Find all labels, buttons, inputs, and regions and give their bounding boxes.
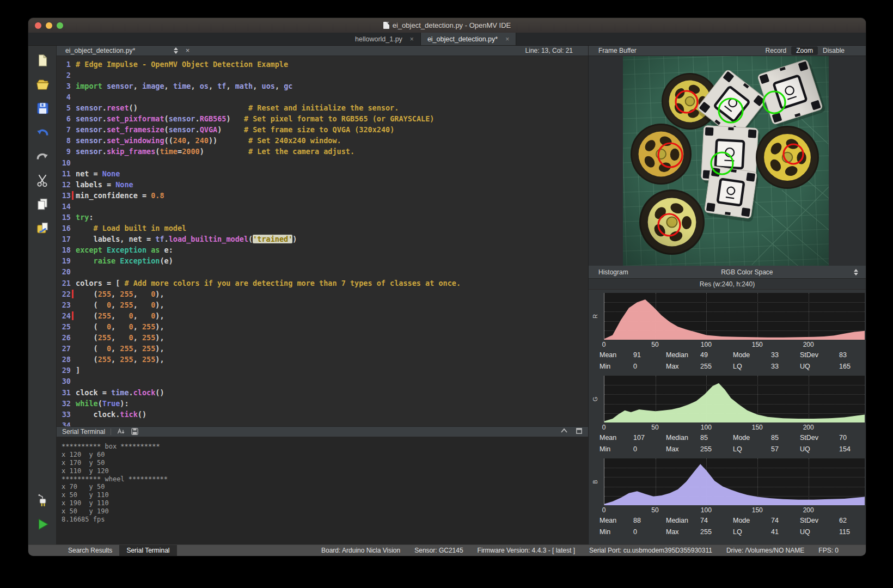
- zoom-button[interactable]: Zoom: [791, 46, 818, 55]
- histogram-stats: Mean88Median74Mode74StDev62Min0Max255LQ4…: [589, 515, 866, 538]
- zoom-window-button[interactable]: [57, 22, 63, 29]
- save-log-icon[interactable]: [131, 427, 139, 436]
- stat-value: 0: [633, 361, 666, 372]
- stat-value: 165: [839, 361, 866, 372]
- code-text: (255, 255, 255),: [76, 354, 164, 365]
- code-line: 1# Edge Impulse - OpenMV Object Detectio…: [57, 59, 588, 70]
- record-button[interactable]: Record: [761, 46, 792, 55]
- terminal-line: x 50 y 110: [62, 491, 588, 499]
- line-number: 29: [57, 365, 71, 376]
- left-toolbar: [28, 46, 57, 544]
- stat-label: StDev: [800, 432, 839, 444]
- code-line: 33 clock.tick(): [57, 409, 588, 420]
- code-line: 23 ( 0, 255, 0),: [57, 299, 588, 310]
- code-line: 13min_confidence = 0.8: [57, 190, 588, 201]
- code-editor[interactable]: 1# Edge Impulse - OpenMV Object Detectio…: [57, 56, 588, 426]
- line-number: 13: [57, 190, 71, 201]
- stat-value: 41: [771, 526, 800, 538]
- stat-label: Mean: [600, 432, 633, 444]
- divider: [111, 428, 111, 435]
- undo-icon[interactable]: [34, 124, 51, 140]
- histogram-axis: 050100150200: [604, 505, 865, 515]
- stat-label: Max: [666, 526, 700, 538]
- line-marker: [72, 136, 74, 145]
- histogram-axis: 050100150200: [604, 340, 865, 350]
- histogram-stats: Mean107Median85Mode85StDev70Min0Max255LQ…: [589, 432, 866, 455]
- line-number: 26: [57, 332, 71, 343]
- stat-label: LQ: [733, 526, 771, 538]
- line-number: 24: [57, 310, 71, 321]
- status-board: Board: Arduino Nicla Vision: [321, 547, 400, 554]
- code-text: clock = time.clock(): [76, 387, 164, 398]
- open-folder-icon[interactable]: [34, 76, 51, 93]
- save-icon[interactable]: [34, 100, 51, 117]
- serial-terminal-output[interactable]: ********** box **********x 120 y 60x 170…: [57, 437, 588, 544]
- new-file-icon[interactable]: [34, 52, 51, 69]
- detach-terminal-icon[interactable]: [576, 427, 583, 436]
- stat-value: 33: [771, 350, 800, 361]
- code-line: 8sensor.set_windowing((240, 240)) # Set …: [57, 135, 588, 146]
- cut-icon[interactable]: [34, 172, 51, 188]
- file-selector[interactable]: ei_object_detection.py*: [65, 47, 136, 54]
- line-marker: [72, 60, 74, 69]
- tab-ei-object-detection[interactable]: ei_object_detection.py* ×: [421, 33, 516, 45]
- file-selector-arrows-icon[interactable]: [174, 47, 178, 54]
- line-marker: [72, 158, 74, 167]
- code-line: 4: [57, 91, 588, 102]
- stat-value: 70: [839, 432, 866, 444]
- line-number: 27: [57, 343, 71, 354]
- stat-label: Median: [666, 350, 700, 361]
- stat-label: StDev: [800, 350, 839, 361]
- status-tab-search-results[interactable]: Search Results: [61, 545, 119, 556]
- terminal-title: Serial Terminal: [62, 428, 105, 436]
- line-marker: [72, 344, 74, 353]
- code-line: 24 (255, 0, 0),: [57, 310, 588, 321]
- traffic-lights: [35, 18, 63, 33]
- tab-label: ei_object_detection.py*: [427, 35, 498, 43]
- terminal-line: ********** box **********: [62, 443, 588, 451]
- tab-helloworld[interactable]: helloworld_1.py ×: [348, 33, 421, 45]
- frame-buffer-view[interactable]: [589, 56, 866, 266]
- minimize-window-button[interactable]: [46, 22, 52, 29]
- stat-label: Mode: [733, 350, 771, 361]
- close-window-button[interactable]: [35, 22, 41, 29]
- modified-line-marker: [72, 191, 74, 200]
- copy-icon[interactable]: [34, 196, 51, 212]
- tab-close-icon[interactable]: ×: [505, 35, 509, 43]
- stat-value: 85: [771, 432, 800, 444]
- stat-value: 83: [839, 350, 866, 361]
- stat-label: LQ: [733, 444, 771, 455]
- paste-icon[interactable]: [34, 220, 51, 236]
- run-icon[interactable]: [34, 516, 51, 532]
- status-serial-port: Serial Port: cu.usbmodem395D355930311: [589, 547, 712, 554]
- combo-arrows-icon: [854, 269, 858, 275]
- color-space-select[interactable]: RGB Color Space: [628, 266, 866, 278]
- terminal-line: x 50 y 190: [62, 507, 588, 516]
- code-text: import sensor, image, time, os, tf, math…: [76, 81, 292, 91]
- stat-value: 0: [633, 444, 666, 455]
- code-text: (255, 255, 0),: [76, 289, 164, 299]
- stat-label: Min: [600, 526, 633, 538]
- code-text: sensor.skip_frames(time=2000) # Let the …: [76, 146, 354, 157]
- connect-icon[interactable]: [34, 492, 51, 509]
- collapse-terminal-icon[interactable]: [560, 427, 568, 436]
- disable-button[interactable]: Disable: [818, 46, 849, 55]
- redo-icon[interactable]: [34, 148, 51, 164]
- stat-label: Mode: [733, 432, 771, 444]
- stat-value: 107: [633, 432, 666, 444]
- clear-terminal-icon[interactable]: [117, 427, 125, 436]
- titlebar: ei_object_detection.py - OpenMV IDE: [28, 18, 866, 33]
- right-panel: Frame Buffer RecordZoomDisable: [588, 46, 866, 544]
- close-file-icon[interactable]: ×: [186, 46, 190, 54]
- code-line: 14: [57, 201, 588, 212]
- line-marker: [72, 147, 74, 156]
- histogram-stats: Mean91Median49Mode33StDev83Min0Max255LQ3…: [589, 350, 866, 372]
- line-number: 8: [57, 135, 71, 146]
- code-text: net = None: [76, 168, 120, 179]
- line-number: 15: [57, 212, 71, 223]
- line-marker: [72, 279, 74, 287]
- status-tab-serial-terminal[interactable]: Serial Terminal: [119, 545, 176, 556]
- line-number: 30: [57, 376, 71, 387]
- tab-close-icon[interactable]: ×: [410, 35, 414, 43]
- line-number: 6: [57, 113, 71, 124]
